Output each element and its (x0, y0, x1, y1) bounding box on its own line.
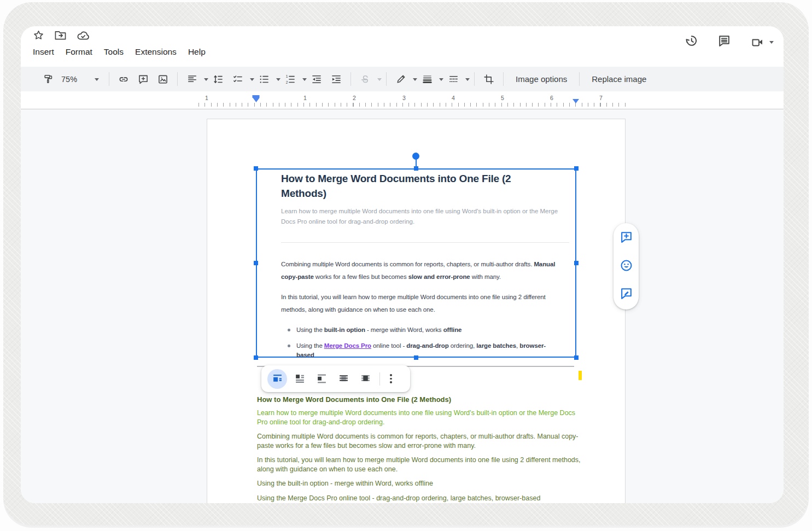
chevron-down-icon[interactable] (465, 78, 470, 83)
border-weight-icon[interactable] (420, 71, 434, 88)
decrease-indent-icon[interactable] (309, 71, 324, 88)
ocr-paragraph: Using the Merge Docs Pro online tool - d… (257, 494, 581, 503)
toolbar-divider (177, 72, 178, 86)
toolbar-divider (350, 72, 351, 86)
resize-handle-ne[interactable] (574, 166, 579, 171)
suggest-edits-icon[interactable] (620, 287, 633, 302)
chevron-down-icon (377, 78, 382, 83)
top-right-actions (684, 34, 774, 50)
insert-link-icon[interactable] (116, 71, 131, 88)
chevron-down-icon[interactable] (204, 78, 208, 83)
menu-extensions[interactable]: Extensions (135, 46, 177, 58)
left-indent-marker[interactable] (253, 95, 260, 102)
ocr-heading: How to Merge Word Documents into One Fil… (257, 395, 581, 404)
resize-handle-e[interactable] (574, 261, 579, 265)
ruler-number: 2 (353, 95, 356, 101)
horizontal-ruler[interactable]: 1 1 2 3 4 5 6 7 (21, 93, 784, 109)
border-color-icon[interactable] (394, 71, 408, 88)
border-dash-icon[interactable] (446, 71, 460, 88)
resize-handle-n[interactable] (414, 166, 418, 171)
toolbar-divider (386, 72, 387, 86)
resize-handle-sw[interactable] (254, 355, 258, 360)
ruler-number: 1 (303, 95, 307, 101)
toolbar-divider (474, 72, 475, 86)
resize-handle-w[interactable] (254, 261, 258, 265)
wrap-option-behind-text[interactable] (332, 368, 354, 390)
rotate-handle[interactable] (412, 153, 419, 160)
ocr-paragraph: Using the built-in option - merge within… (257, 479, 581, 488)
image-wrap-toolbar (261, 365, 410, 392)
bulleted-list-icon[interactable] (257, 71, 271, 88)
right-indent-marker[interactable] (573, 99, 579, 103)
crop-image-icon[interactable] (482, 71, 496, 88)
ocr-paragraph: In this tutorial, you will learn how to … (257, 456, 581, 474)
wrap-option-wrap-text[interactable] (289, 368, 311, 390)
chevron-down-icon (95, 78, 99, 83)
toolbar-divider (109, 72, 109, 86)
wrap-option-in-line[interactable] (267, 369, 287, 389)
insert-image-icon[interactable] (156, 71, 170, 88)
article-title: How to Merge Word Documents into One Fil… (281, 171, 550, 201)
svg-text:2: 2 (286, 80, 288, 84)
increase-indent-icon[interactable] (329, 71, 343, 88)
google-docs-window: Insert Format Tools Extensions Help (21, 26, 784, 503)
chevron-down-icon[interactable] (413, 78, 417, 83)
wrap-option-break-text[interactable] (311, 368, 332, 390)
resize-handle-s[interactable] (414, 355, 418, 360)
menu-tools[interactable]: Tools (104, 46, 124, 58)
image-article: How to Merge Word Documents into One Fil… (281, 171, 570, 366)
toolbar-divider (579, 72, 580, 86)
resize-handle-se[interactable] (574, 355, 579, 360)
text-wrapping-disabled-icon (358, 71, 372, 88)
article-bullet: Using the built-in option - merge within… (296, 325, 563, 335)
zoom-value: 75% (61, 75, 77, 84)
article-paragraph: In this tutorial, you will learn how to … (281, 291, 562, 316)
ruler-ticks (198, 103, 629, 107)
image-options-button[interactable]: Image options (508, 74, 575, 84)
checklist-icon[interactable] (231, 71, 245, 88)
chevron-down-icon (769, 41, 774, 46)
zoom-select[interactable]: 75% (61, 75, 99, 84)
ruler-number: 4 (452, 95, 455, 101)
numbered-list-icon[interactable]: 12 (283, 71, 297, 88)
comments-icon[interactable] (717, 34, 731, 50)
more-options-icon[interactable] (383, 374, 399, 383)
collaborator-caret (579, 371, 582, 380)
add-comment-icon[interactable] (136, 71, 150, 88)
ruler-number: 1 (205, 95, 208, 101)
ruler-number: 3 (402, 95, 406, 101)
image-toolbar: 75% (21, 67, 784, 91)
chevron-down-icon[interactable] (439, 78, 443, 83)
toolbar-divider (379, 372, 380, 386)
ocr-lead-paragraph: Learn how to merge multiple Word documen… (257, 409, 581, 427)
ruler-number: 6 (550, 95, 553, 101)
selection-action-pill (614, 223, 639, 310)
version-history-icon[interactable] (684, 34, 698, 50)
chevron-down-icon[interactable] (276, 78, 281, 83)
article-paragraph: Combining multiple Word documents is com… (281, 258, 562, 283)
chevron-down-icon[interactable] (250, 78, 254, 83)
add-comment-icon[interactable] (620, 230, 633, 246)
ruler-number: 5 (501, 95, 504, 101)
chevron-down-icon[interactable] (302, 78, 307, 83)
cloud-saved-icon (77, 30, 90, 41)
resize-handle-nw[interactable] (254, 166, 258, 171)
ocr-paragraph: Combining multiple Word documents is com… (257, 432, 581, 450)
align-icon[interactable] (185, 71, 199, 88)
menu-format[interactable]: Format (66, 46, 92, 58)
svg-text:1: 1 (286, 74, 288, 78)
add-emoji-reaction-icon[interactable] (620, 259, 633, 275)
meet-video-button[interactable] (751, 36, 774, 49)
move-to-folder-icon[interactable] (54, 30, 67, 41)
extracted-text-block[interactable]: How to Merge Word Documents into One Fil… (257, 395, 581, 503)
star-icon[interactable] (33, 30, 44, 41)
article-subtitle: Learn how to merge multiple Word documen… (281, 206, 571, 226)
wrap-option-in-front-of-text[interactable] (354, 368, 376, 390)
paint-format-icon[interactable] (41, 71, 55, 88)
menu-help[interactable]: Help (188, 46, 206, 58)
replace-image-button[interactable]: Replace image (584, 74, 654, 84)
menu-insert[interactable]: Insert (33, 46, 54, 58)
line-spacing-icon[interactable] (211, 71, 225, 88)
menu-bar: Insert Format Tools Extensions Help (33, 46, 206, 58)
toolbar-divider (503, 72, 504, 86)
